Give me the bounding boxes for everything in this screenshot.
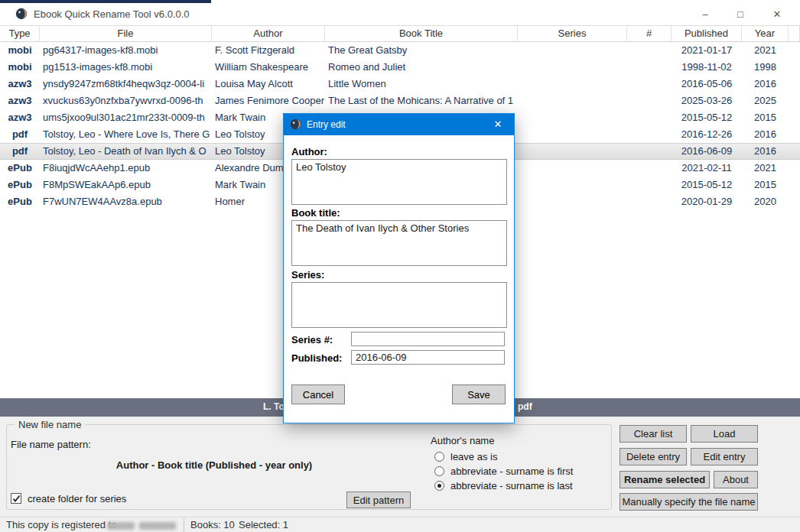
status-divider [184, 518, 184, 532]
load-button[interactable]: Load [691, 425, 758, 443]
minimize-icon[interactable]: – [688, 3, 722, 25]
save-button[interactable]: Save [452, 384, 506, 404]
maximize-icon[interactable]: □ [724, 3, 757, 25]
preview-fragment-right: pdf [518, 401, 532, 412]
author-field[interactable]: Leo Tolstoy [291, 159, 507, 205]
cell-series [518, 143, 627, 160]
radio-leave-as-is[interactable]: leave as is [434, 449, 497, 463]
table-row[interactable]: azw3 ynsdy9247zm68tkf4heqw3qz-0004-li Lo… [0, 76, 800, 92]
cell-author: James Fenimore Cooper [212, 92, 325, 109]
cell-series [518, 193, 627, 210]
cell-number [627, 160, 672, 177]
column-header-author[interactable]: Author [212, 26, 325, 41]
cell-type: mobi [0, 59, 40, 76]
cell-series [518, 160, 627, 177]
series-number-label: Series #: [291, 334, 333, 345]
cell-type: azw3 [0, 76, 40, 92]
book-title-field[interactable]: The Death of Ivan Ilych & Other Stories [291, 220, 507, 266]
radio-abbrev-surname-last[interactable]: abbreviate - surname is last [434, 478, 573, 492]
cell-type: pdf [0, 126, 40, 143]
series-number-field[interactable] [351, 332, 505, 346]
cell-file: pg64317-images-kf8.mobi [40, 42, 212, 59]
edit-entry-button[interactable]: Edit entry [691, 448, 758, 466]
dialog-close-icon[interactable]: ✕ [482, 114, 514, 135]
cell-published: 2020-01-29 [672, 193, 742, 210]
bottom-panel: New file name File name pattern: Author … [0, 417, 800, 517]
radio-label: abbreviate - surname is last [450, 480, 573, 491]
cell-file: Tolstoy, Leo - Death of Ivan Ilych & O [40, 143, 212, 160]
cell-file: F8MpSWEakAAp6.epub [40, 177, 212, 193]
cell-type: pdf [0, 143, 40, 160]
delete-entry-button[interactable]: Delete entry [620, 448, 687, 466]
cell-title: Romeo and Juliet [325, 59, 518, 76]
about-button[interactable]: About [714, 471, 758, 488]
app-icon [15, 8, 28, 20]
table-header: Type File Author Book Title Series # Pub… [0, 25, 800, 42]
table-row[interactable]: mobi pg64317-images-kf8.mobi F. Scott Fi… [0, 42, 800, 59]
cell-file: Tolstoy, Leo - Where Love Is, There G [40, 126, 212, 143]
cell-series [518, 42, 627, 59]
published-label: Published: [291, 352, 342, 364]
cell-file: F8iuqjdWcAAehp1.epub [40, 160, 212, 177]
cancel-button[interactable]: Cancel [291, 384, 345, 404]
column-header-type[interactable]: Type [0, 26, 40, 41]
books-count: Books: 10 [190, 519, 235, 530]
column-header-number[interactable]: # [627, 26, 672, 41]
create-folder-checkbox[interactable] [11, 493, 21, 504]
series-field[interactable] [291, 282, 507, 328]
create-folder-label: create folder for series [28, 493, 126, 504]
cell-year: 2016 [742, 126, 789, 143]
registered-name-redacted [107, 522, 177, 530]
cell-author: F. Scott Fitzgerald [212, 42, 325, 59]
table-row[interactable]: azw3 xvuckus63y0nzfxba7ywvrxd-0096-th Ja… [0, 92, 800, 109]
column-header-series[interactable]: Series [518, 26, 627, 41]
radio-icon [434, 452, 444, 462]
cell-type: ePub [0, 177, 40, 193]
radio-label: leave as is [450, 451, 497, 462]
cell-number [627, 177, 672, 193]
cell-number [627, 92, 672, 109]
close-icon[interactable]: ✕ [760, 3, 794, 25]
cell-year: 2016 [742, 76, 789, 92]
edit-pattern-button[interactable]: Edit pattern [346, 491, 411, 508]
column-header-filler [789, 26, 800, 41]
radio-abbrev-surname-first[interactable]: abbreviate - surname is first [434, 464, 573, 478]
manual-rename-button[interactable]: Manually specify the file name [620, 493, 758, 511]
column-header-book-title[interactable]: Book Title [325, 26, 518, 41]
column-header-year[interactable]: Year [742, 26, 789, 41]
cell-author: Louisa May Alcott [212, 76, 325, 92]
dialog-app-icon [290, 118, 301, 130]
column-header-published[interactable]: Published [672, 26, 742, 41]
cell-year: 2021 [742, 42, 789, 59]
cell-number [627, 109, 672, 126]
cell-published: 1998-11-02 [672, 59, 742, 76]
cell-published: 2015-05-12 [672, 177, 742, 193]
cell-published: 2021-01-17 [672, 42, 742, 59]
registered-to-text: This copy is registered to [6, 519, 117, 530]
cell-published: 2025-03-26 [672, 92, 742, 109]
cell-author: William Shakespeare [212, 59, 325, 76]
table-row[interactable]: mobi pg1513-images-kf8.mobi William Shak… [0, 59, 800, 76]
column-header-file[interactable]: File [40, 26, 212, 41]
window-title: Ebook Quick Rename Tool v6.0.0.0 [34, 8, 190, 20]
cell-number [627, 59, 672, 76]
status-bar: This copy is registered to Books: 10 Sel… [0, 517, 800, 532]
radio-icon [434, 466, 444, 476]
cell-number [627, 193, 672, 210]
published-field[interactable] [351, 350, 505, 365]
file-name-pattern-label: File name pattern: [11, 439, 91, 450]
clear-list-button[interactable]: Clear list [620, 425, 687, 443]
cell-file: pg1513-images-kf8.mobi [40, 59, 212, 76]
cell-published: 2021-02-11 [672, 160, 742, 177]
cell-year: 2021 [742, 160, 789, 177]
dialog-title-bar: Entry edit ✕ [284, 114, 514, 135]
cell-published: 2015-05-12 [672, 109, 742, 126]
dialog-title: Entry edit [307, 119, 346, 130]
cell-series [518, 92, 627, 109]
cell-series [518, 126, 627, 143]
rename-selected-button[interactable]: Rename selected [620, 471, 710, 488]
cell-file: ums5jxoo9ul301ac21mr233t-0009-th [40, 109, 212, 126]
cell-type: ePub [0, 160, 40, 177]
cell-year: 2025 [742, 92, 789, 109]
cell-series [518, 109, 627, 126]
